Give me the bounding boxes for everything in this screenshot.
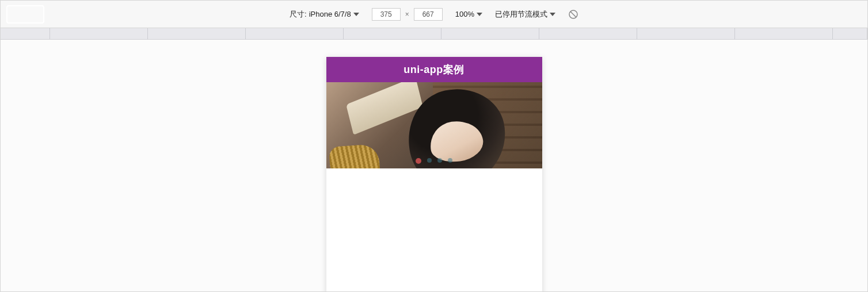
pager-dot[interactable] [427, 158, 432, 163]
ruler-tick [441, 28, 539, 39]
device-frame: uni-app案例 [326, 57, 542, 292]
ruler-tick [148, 28, 246, 39]
pager-dot[interactable] [448, 158, 452, 163]
svg-line-1 [570, 11, 576, 17]
throttling-select[interactable]: 已停用节流模式 [495, 9, 555, 20]
zoom-select[interactable]: 100% [455, 10, 482, 18]
ruler-tick [735, 28, 833, 39]
caret-down-icon [477, 13, 482, 16]
ruler-tick [833, 28, 867, 39]
ruler-tick [50, 28, 148, 39]
image-swiper[interactable] [326, 82, 542, 168]
width-input[interactable] [372, 8, 401, 21]
app-body[interactable] [326, 168, 542, 292]
device-canvas: uni-app案例 [1, 40, 867, 291]
horizontal-ruler [1, 28, 867, 40]
device-name-label: iPhone 6/7/8 [309, 10, 351, 18]
rotate-icon [568, 9, 578, 20]
ruler-tick [637, 28, 735, 39]
app-logo [6, 5, 44, 24]
rotate-button[interactable] [568, 9, 578, 20]
ruler-tick [344, 28, 441, 39]
dimensions-group: × [372, 8, 443, 21]
swiper-image-detail [329, 144, 380, 168]
page-title: uni-app案例 [403, 63, 465, 76]
caret-down-icon [353, 13, 359, 16]
size-label: 尺寸: [290, 9, 307, 20]
throttling-label: 已停用节流模式 [495, 9, 547, 20]
devtools-device-mode: 尺寸: iPhone 6/7/8 × 100% 已停用节流模式 [0, 0, 868, 292]
ruler-tick [539, 28, 637, 39]
dimension-separator: × [404, 10, 410, 18]
emulation-toolbar: 尺寸: iPhone 6/7/8 × 100% 已停用节流模式 [1, 1, 867, 28]
zoom-value-label: 100% [455, 10, 474, 18]
pager-dot[interactable] [416, 158, 421, 164]
ruler-tick [1, 28, 50, 39]
device-select[interactable]: 尺寸: iPhone 6/7/8 [290, 9, 359, 20]
app-navbar: uni-app案例 [326, 57, 542, 82]
pager-dot[interactable] [437, 158, 442, 163]
swiper-pager [326, 158, 542, 164]
caret-down-icon [550, 13, 555, 16]
ruler-tick [246, 28, 344, 39]
height-input[interactable] [414, 8, 443, 21]
